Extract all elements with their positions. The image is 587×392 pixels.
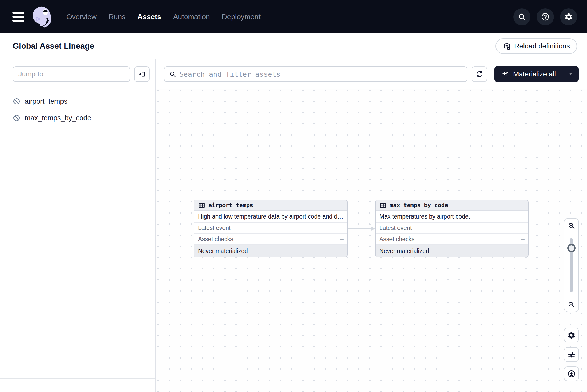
reload-definitions-label: Reload definitions: [514, 42, 570, 50]
asset-node-latest-event-row: Latest event: [376, 223, 528, 234]
zoom-out-icon: [568, 301, 575, 309]
reload-definitions-button[interactable]: Reload definitions: [495, 38, 577, 54]
asset-node-status: Never materialized: [194, 245, 347, 257]
page-header: Global Asset Lineage Reload definitions: [0, 33, 587, 59]
lineage-graph-pane: Materialize all: [156, 59, 587, 392]
never-materialized-icon: [13, 114, 20, 122]
dagster-app: Overview Runs Assets Automation Deployme…: [0, 0, 587, 392]
search-icon[interactable]: [513, 8, 530, 25]
jump-to-input[interactable]: [13, 66, 130, 82]
asset-node-checks-row: Asset checks –: [194, 234, 347, 245]
sliders-icon: [567, 351, 576, 359]
refresh-icon: [475, 70, 484, 78]
dagster-logo-icon[interactable]: [30, 5, 54, 29]
asset-node-airport-temps[interactable]: airport_temps High and low temperature d…: [194, 200, 348, 257]
graph-filters-button[interactable]: [564, 347, 579, 362]
main-nav: Overview Runs Assets Automation Deployme…: [66, 13, 261, 21]
asset-list: airport_temps max_temps_by_code: [0, 89, 155, 379]
top-navbar: Overview Runs Assets Automation Deployme…: [0, 0, 587, 33]
asset-node-status: Never materialized: [376, 245, 528, 257]
materialize-all-label: Materialize all: [513, 70, 556, 78]
asset-node-name: max_temps_by_code: [390, 202, 448, 208]
asset-search-input[interactable]: [179, 70, 462, 78]
asset-checks-value: –: [340, 236, 344, 243]
nav-runs[interactable]: Runs: [109, 13, 125, 21]
materialize-all-button[interactable]: Materialize all: [494, 66, 563, 82]
zoom-control-panel: [564, 218, 579, 312]
sidebar-item-max-temps-by-code[interactable]: max_temps_by_code: [0, 110, 155, 126]
zoom-in-button[interactable]: [564, 219, 578, 233]
nav-assets[interactable]: Assets: [137, 13, 161, 21]
refresh-button[interactable]: [472, 66, 487, 82]
main-content: airport_temps max_temps_by_code: [0, 59, 587, 392]
asset-node-latest-event-row: Latest event: [194, 223, 347, 234]
graph-settings-button[interactable]: [564, 328, 579, 342]
asset-node-description: Max temperatures by airport code.: [376, 211, 528, 223]
asset-node-max-temps-by-code[interactable]: max_temps_by_code Max temperatures by ai…: [375, 200, 529, 257]
asset-node-checks-row: Asset checks –: [376, 234, 528, 245]
sparkle-icon: [501, 70, 509, 78]
never-materialized-icon: [13, 97, 20, 105]
materialize-options-caret[interactable]: [563, 66, 579, 82]
asset-node-description: High and low temperature data by airport…: [194, 211, 347, 223]
zoom-out-button[interactable]: [564, 297, 578, 312]
asset-sidebar: airport_temps max_temps_by_code: [0, 59, 156, 392]
zoom-in-icon: [568, 222, 575, 230]
nav-automation[interactable]: Automation: [173, 13, 210, 21]
help-icon[interactable]: [537, 8, 554, 25]
caret-down-icon: [568, 71, 574, 77]
asset-node-header: max_temps_by_code: [376, 200, 528, 211]
asset-checks-label: Asset checks: [379, 236, 415, 243]
graph-toolbar: Materialize all: [156, 59, 587, 89]
latest-event-label: Latest event: [379, 225, 412, 232]
menu-icon[interactable]: [12, 11, 24, 23]
asset-checks-label: Asset checks: [198, 236, 233, 243]
settings-gear-icon[interactable]: [560, 8, 577, 25]
table-icon: [379, 202, 387, 209]
search-icon: [169, 71, 176, 78]
asset-label: max_temps_by_code: [25, 114, 91, 122]
zoom-slider-thumb[interactable]: [567, 244, 576, 252]
lineage-canvas[interactable]: airport_temps High and low temperature d…: [156, 89, 587, 392]
latest-event-label: Latest event: [198, 225, 230, 232]
zoom-slider[interactable]: [564, 233, 578, 297]
panel-collapse-icon: [138, 70, 146, 78]
nav-deployment[interactable]: Deployment: [222, 13, 261, 21]
table-icon: [198, 202, 205, 209]
asset-node-header: airport_temps: [194, 200, 347, 211]
sidebar-toolbar: [0, 59, 155, 89]
navbar-actions: [513, 8, 577, 25]
asset-node-name: airport_temps: [208, 202, 253, 208]
code-location-reload-icon: [503, 42, 511, 50]
asset-checks-value: –: [521, 236, 525, 243]
page-title: Global Asset Lineage: [13, 41, 94, 51]
sidebar-item-airport-temps[interactable]: airport_temps: [0, 93, 155, 110]
materialize-split-button: Materialize all: [494, 66, 579, 82]
collapse-sidebar-button[interactable]: [134, 66, 150, 82]
gear-icon: [567, 331, 576, 339]
asset-label: airport_temps: [25, 97, 67, 106]
download-icon: [567, 370, 576, 378]
download-graph-button[interactable]: [564, 366, 579, 381]
asset-search-box[interactable]: [164, 66, 467, 82]
nav-overview[interactable]: Overview: [66, 13, 97, 21]
